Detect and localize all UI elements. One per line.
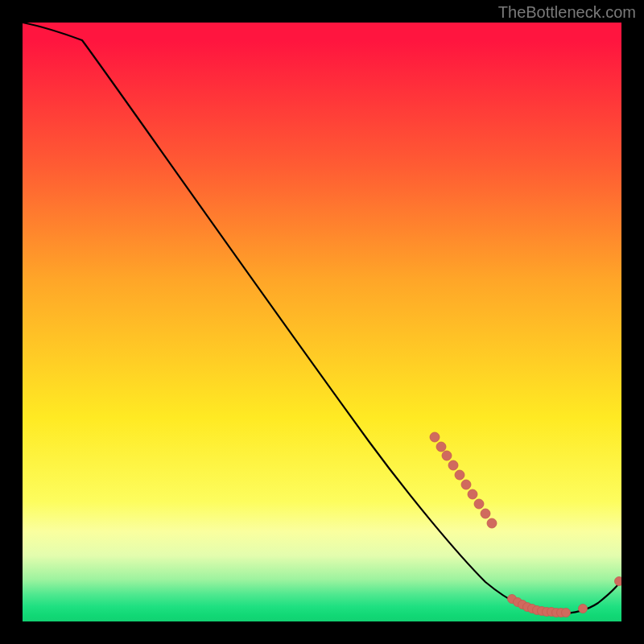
- svg-point-22: [579, 605, 588, 613]
- svg-point-5: [461, 480, 471, 489]
- svg-point-3: [448, 460, 458, 470]
- highlight-dots-upper: [430, 432, 497, 528]
- svg-point-2: [442, 451, 452, 460]
- svg-point-9: [487, 518, 497, 528]
- svg-point-1: [436, 442, 446, 452]
- svg-point-23: [615, 577, 622, 586]
- chart-stage: TheBottleneck.com: [0, 0, 644, 644]
- plot-area: [23, 23, 621, 621]
- highlight-dot-right: [615, 577, 622, 586]
- bottleneck-curve: [23, 23, 621, 613]
- svg-point-21: [562, 609, 571, 617]
- highlight-dots-valley: [508, 595, 588, 617]
- svg-point-6: [468, 489, 477, 499]
- attribution-text: TheBottleneck.com: [498, 3, 636, 22]
- svg-point-7: [474, 499, 484, 509]
- curve-layer: [23, 23, 621, 621]
- svg-point-0: [430, 432, 440, 442]
- svg-point-8: [481, 509, 490, 518]
- svg-point-4: [455, 470, 464, 480]
